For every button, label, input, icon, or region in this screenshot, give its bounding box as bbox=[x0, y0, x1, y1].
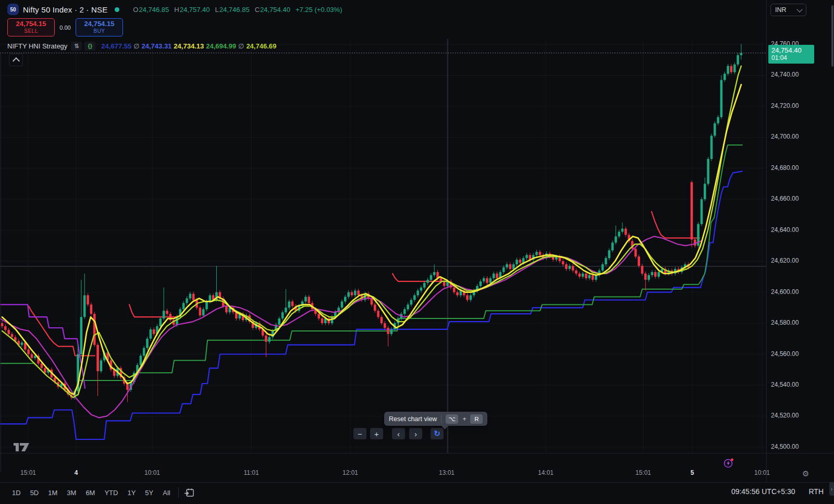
range-button-5d[interactable]: 5D bbox=[26, 487, 44, 499]
strategy-values: 24,677.55∅24,743.3124,734.1324,694.99∅24… bbox=[99, 42, 276, 50]
strategy-value: 24,677.55 bbox=[101, 42, 131, 50]
chevron-down-icon bbox=[796, 6, 802, 12]
price-axis-label: 24,600.00 bbox=[771, 288, 799, 296]
high-value: 24,757.40 bbox=[180, 6, 210, 14]
range-button-6m[interactable]: 6M bbox=[81, 487, 100, 499]
market-status-icon[interactable] bbox=[115, 7, 119, 12]
collapse-legend-button[interactable] bbox=[9, 54, 23, 66]
change-value: +7.25 (+0.03%) bbox=[296, 6, 342, 14]
left-pane-border bbox=[1, 52, 1, 472]
time-label: 10:01 bbox=[144, 469, 160, 476]
time-label: 12:01 bbox=[342, 469, 358, 476]
symbol-title[interactable]: Nifty 50 Index · 2 · NSE bbox=[23, 5, 107, 14]
zoom-in-button[interactable]: + bbox=[370, 428, 383, 439]
strategy-value: 24,694.99 bbox=[206, 42, 236, 50]
buy-button[interactable]: 24,754.15 BUY bbox=[76, 18, 123, 36]
high-label: H bbox=[174, 6, 179, 14]
ohlc-readout: O24,746.85 H24,757.40 L24,746.85 C24,754… bbox=[133, 6, 342, 14]
strategy-value: 24,743.31 bbox=[142, 42, 172, 50]
price-axis-label: 24,720.00 bbox=[771, 102, 799, 109]
range-button-1d[interactable]: 1D bbox=[7, 487, 26, 499]
r-key-chip: R bbox=[470, 414, 483, 424]
timeframe-toolbar: 1D5D1M3M6MYTD1Y5YAll bbox=[0, 483, 834, 502]
strategy-value: 24,746.69 bbox=[246, 42, 276, 50]
currency-dropdown[interactable]: INR bbox=[770, 4, 806, 16]
low-value: 24,746.85 bbox=[219, 6, 250, 14]
zoom-out-button[interactable]: − bbox=[353, 428, 366, 439]
price-axis-label: 24,560.00 bbox=[771, 350, 799, 358]
close-label: C bbox=[255, 6, 260, 14]
session-mode[interactable]: RTH bbox=[808, 487, 824, 496]
range-button-3m[interactable]: 3M bbox=[62, 487, 81, 499]
time-label: 11:01 bbox=[243, 469, 259, 476]
plus-sign: + bbox=[462, 415, 466, 423]
strategy-title[interactable]: NIFTY HNI Strategy bbox=[7, 42, 67, 50]
sell-price: 24,754.15 bbox=[16, 20, 46, 28]
tradingview-chart-app: 50 Nifty 50 Index · 2 · NSE O24,746.85 H… bbox=[0, 0, 834, 504]
scroll-right-button[interactable]: › bbox=[409, 428, 422, 439]
strategy-legend: NIFTY HNI Strategy ⇅{} 24,677.55∅24,743.… bbox=[7, 41, 276, 51]
time-label: 15:01 bbox=[20, 469, 36, 476]
price-axis-label: 24,500.00 bbox=[771, 443, 799, 450]
price-axis-label: 24,520.00 bbox=[771, 412, 799, 419]
chevron-up-icon bbox=[12, 57, 19, 65]
open-value: 24,746.85 bbox=[139, 6, 169, 14]
symbol-logo[interactable]: 50 bbox=[7, 4, 19, 15]
low-label: L bbox=[215, 6, 219, 14]
sell-button[interactable]: 24,754.15 SELL bbox=[7, 18, 55, 36]
tooltip-divider bbox=[441, 415, 441, 423]
gear-icon[interactable]: ⚙ bbox=[802, 470, 809, 477]
time-label: 13:01 bbox=[439, 469, 455, 476]
price-axis-label: 24,680.00 bbox=[771, 164, 799, 171]
open-label: O bbox=[133, 6, 138, 14]
range-buttons: 1D5D1M3M6MYTD1Y5YAll bbox=[7, 487, 175, 499]
price-axis-label: 24,640.00 bbox=[771, 226, 799, 233]
range-button-5y[interactable]: 5Y bbox=[140, 487, 158, 499]
flash-boost-icon[interactable] bbox=[723, 458, 735, 469]
close-value: 24,754.40 bbox=[260, 6, 290, 14]
price-axis-label: 24,580.00 bbox=[771, 319, 799, 326]
reset-chart-button[interactable]: ↻ bbox=[431, 428, 444, 439]
source-code-icon[interactable]: {} bbox=[84, 42, 95, 51]
day-label: 4 bbox=[75, 469, 78, 476]
strategy-value: ∅ bbox=[133, 42, 139, 50]
candle-countdown: 01:04 bbox=[771, 54, 812, 62]
scrollbar-thumb[interactable] bbox=[831, 5, 833, 67]
time-axis-separator bbox=[0, 453, 834, 453]
price-axis-label: 24,740.00 bbox=[771, 71, 799, 78]
day-label: 5 bbox=[691, 469, 694, 476]
price-axis-label: 24,540.00 bbox=[771, 381, 799, 388]
session-clock[interactable]: 09:45:56 UTC+5:30 bbox=[731, 487, 795, 496]
buy-label: BUY bbox=[93, 28, 105, 34]
arrows-icon[interactable]: ⇅ bbox=[71, 42, 82, 51]
last-price-value: 24,754.40 bbox=[771, 46, 812, 54]
time-label: 14:01 bbox=[538, 469, 554, 476]
tradingview-logo[interactable] bbox=[13, 439, 31, 452]
buy-sell-widget: 24,754.15 SELL 0.00 24,754.15 BUY bbox=[7, 18, 123, 36]
range-button-1m[interactable]: 1M bbox=[43, 487, 62, 499]
range-button-1y[interactable]: 1Y bbox=[122, 487, 140, 499]
price-axis-border bbox=[766, 0, 767, 482]
currency-value: INR bbox=[775, 6, 787, 14]
price-axis-label: 24,700.00 bbox=[771, 133, 799, 140]
time-label: 15:01 bbox=[635, 469, 651, 476]
time-label: 10:01 bbox=[754, 469, 770, 476]
status-bar: 09:45:56 UTC+5:30 RTH bbox=[731, 487, 824, 496]
toolbar-divider bbox=[178, 487, 179, 498]
range-button-all[interactable]: All bbox=[158, 487, 175, 499]
scroll-left-button[interactable]: ‹ bbox=[392, 428, 405, 439]
go-to-date-button[interactable] bbox=[184, 487, 194, 498]
strategy-icons: ⇅{} bbox=[71, 42, 95, 51]
symbol-header: 50 Nifty 50 Index · 2 · NSE O24,746.85 H… bbox=[7, 3, 342, 16]
last-price-badge[interactable]: 24,754.40 01:04 bbox=[768, 45, 814, 64]
strategy-value: 24,734.13 bbox=[174, 42, 204, 50]
range-button-ytd[interactable]: YTD bbox=[100, 487, 122, 499]
sell-label: SELL bbox=[24, 28, 38, 34]
strategy-value: ∅ bbox=[238, 42, 244, 50]
price-axis-label: 24,660.00 bbox=[771, 195, 799, 202]
option-key-chip: ⌥ bbox=[446, 414, 458, 424]
tooltip-text: Reset chart view bbox=[389, 415, 437, 423]
buy-price: 24,754.15 bbox=[84, 20, 115, 28]
reset-chart-tooltip: Reset chart view ⌥ + R bbox=[384, 412, 487, 426]
spread-value: 0.00 bbox=[55, 24, 76, 31]
